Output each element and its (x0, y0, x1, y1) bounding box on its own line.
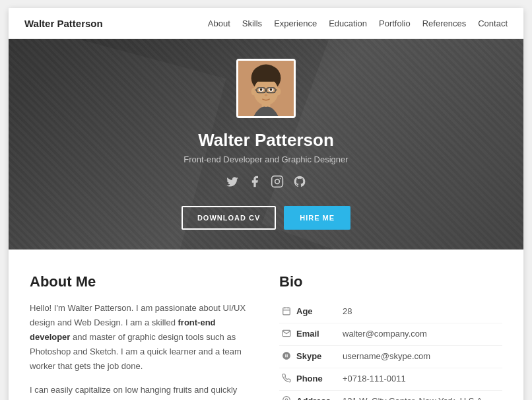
bio-row-age: Age 28 (279, 301, 502, 323)
age-value: 28 (340, 301, 502, 323)
svg-point-3 (251, 88, 256, 95)
instagram-icon[interactable] (271, 175, 284, 191)
nav-links: About Skills Experience Education Portfo… (208, 17, 508, 29)
address-icon (279, 391, 294, 401)
hero-title: Front-end Developer and Graphic Designer (183, 154, 348, 164)
svg-rect-20 (283, 308, 290, 315)
hire-me-button[interactable]: HIRE ME (284, 206, 350, 230)
phone-value: +0718-111-0011 (340, 368, 502, 391)
about-para1: Hello! I'm Walter Patterson. I am passio… (30, 301, 253, 374)
hero-content: Walter Patterson Front-end Developer and… (182, 59, 350, 230)
avatar (236, 59, 296, 118)
about-left: About Me Hello! I'm Walter Patterson. I … (30, 273, 253, 400)
svg-point-19 (280, 178, 281, 180)
svg-point-9 (270, 88, 273, 91)
svg-point-15 (265, 94, 268, 96)
hero-section: Walter Patterson Front-end Developer and… (9, 39, 523, 250)
svg-rect-17 (272, 176, 283, 187)
hero-socials (226, 175, 306, 191)
twitter-icon[interactable] (226, 175, 239, 191)
nav-link-contact[interactable]: Contact (478, 18, 508, 28)
bio-row-email: Email walter@company.com (279, 323, 502, 346)
nav-link-references[interactable]: References (422, 18, 466, 28)
about-grid: About Me Hello! I'm Walter Patterson. I … (30, 273, 502, 400)
age-label: Age (294, 301, 340, 323)
bio-heading: Bio (279, 273, 502, 290)
nav-link-skills[interactable]: Skills (242, 18, 262, 28)
svg-line-14 (275, 90, 277, 90)
age-icon (279, 301, 294, 323)
svg-point-8 (260, 88, 263, 91)
about-right: Bio Age 28 Email walter@comp (279, 273, 502, 400)
bio-row-skype: Skype username@skype.com (279, 346, 502, 368)
svg-point-4 (276, 88, 281, 95)
phone-label: Phone (294, 368, 340, 391)
email-icon (279, 323, 294, 346)
about-section: About Me Hello! I'm Walter Patterson. I … (9, 250, 523, 400)
bio-row-phone: Phone +0718-111-0011 (279, 368, 502, 391)
nav-link-experience[interactable]: Experience (274, 18, 317, 28)
nav-link-education[interactable]: Education (329, 18, 367, 28)
facebook-icon[interactable] (248, 175, 261, 191)
svg-rect-5 (253, 72, 278, 82)
email-label: Email (294, 323, 340, 346)
download-cv-button[interactable]: DOWNLOAD CV (182, 206, 276, 230)
about-para2: I can easily capitalize on low hanging f… (30, 383, 253, 400)
nav-link-portfolio[interactable]: Portfolio (379, 18, 411, 28)
phone-icon (279, 368, 294, 391)
address-label: Address (294, 391, 340, 401)
svg-line-13 (255, 90, 257, 90)
page-frame: Walter Patterson About Skills Experience… (9, 8, 523, 400)
github-icon[interactable] (293, 175, 306, 191)
about-heading: About Me (30, 273, 253, 290)
skype-icon (279, 346, 294, 368)
navbar: Walter Patterson About Skills Experience… (9, 8, 523, 39)
bio-table: Age 28 Email walter@company.com (279, 301, 502, 400)
hero-name: Walter Patterson (198, 130, 334, 150)
skype-value: username@skype.com (340, 346, 502, 368)
svg-point-2 (253, 78, 278, 105)
nav-brand: Walter Patterson (24, 18, 103, 29)
hero-buttons: DOWNLOAD CV HIRE ME (182, 206, 350, 230)
address-value: 131 W. City Center, New York, U.S.A (340, 391, 502, 401)
email-value: walter@company.com (340, 323, 502, 346)
svg-point-18 (275, 180, 280, 184)
nav-link-about[interactable]: About (208, 18, 230, 28)
bio-row-address: Address 131 W. City Center, New York, U.… (279, 391, 502, 401)
skype-label: Skype (294, 346, 340, 368)
